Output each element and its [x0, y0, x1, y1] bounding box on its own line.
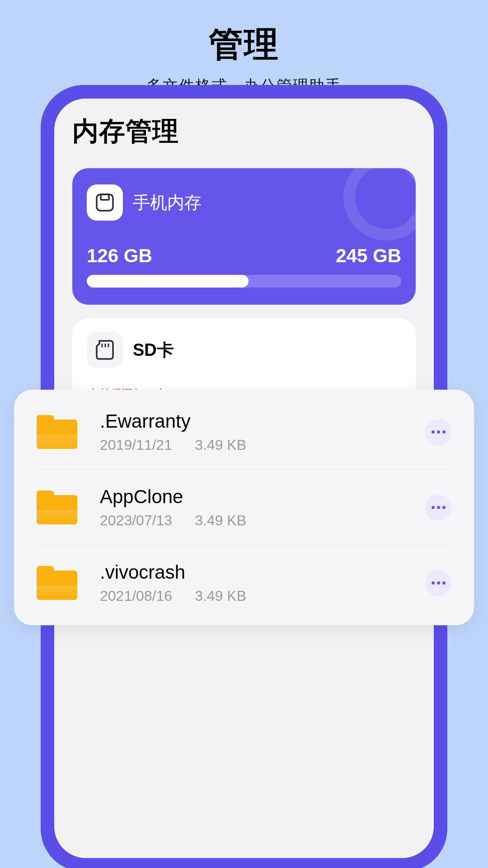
file-info: .Ewarranty 2019/11/21 3.49 KB	[100, 410, 425, 453]
storage-label: 手机内存	[133, 191, 202, 214]
storage-used: 126 GB	[87, 245, 152, 267]
file-list-panel: .Ewarranty 2019/11/21 3.49 KB AppClone 2…	[14, 390, 474, 625]
folder-icon	[37, 566, 77, 600]
svg-rect-0	[97, 194, 113, 211]
file-info: .vivocrash 2021/08/16 3.49 KB	[100, 561, 425, 604]
file-size: 3.49 KB	[195, 437, 246, 453]
storage-progress-bar	[87, 275, 401, 288]
file-date: 2023/07/13	[100, 512, 172, 529]
more-button[interactable]	[425, 570, 451, 596]
file-item[interactable]: .vivocrash 2021/08/16 3.49 KB	[14, 545, 474, 621]
page-title: 管理	[0, 22, 488, 68]
disk-icon	[87, 184, 123, 221]
file-size: 3.49 KB	[195, 588, 246, 604]
folder-icon	[37, 415, 77, 449]
svg-rect-1	[101, 194, 109, 200]
sd-header: SD卡	[87, 332, 401, 368]
file-item[interactable]: AppClone 2023/07/13 3.49 KB	[14, 470, 474, 545]
more-button[interactable]	[425, 419, 451, 445]
phone-storage-card[interactable]: 手机内存 126 GB 245 GB	[72, 168, 416, 305]
file-date: 2021/08/16	[100, 588, 172, 604]
file-name: .Ewarranty	[100, 410, 425, 432]
storage-progress-fill	[87, 275, 249, 288]
header: 管理 多文件格式，办公管理助手	[0, 0, 488, 96]
folder-icon	[37, 491, 77, 524]
file-info: AppClone 2023/07/13 3.49 KB	[100, 486, 425, 529]
file-meta: 2019/11/21 3.49 KB	[100, 437, 425, 453]
file-name: AppClone	[100, 486, 425, 508]
storage-header: 手机内存	[87, 184, 401, 221]
sd-card-icon	[87, 332, 123, 368]
file-name: .vivocrash	[100, 561, 425, 583]
sd-label: SD卡	[133, 339, 174, 362]
file-meta: 2021/08/16 3.49 KB	[100, 588, 425, 604]
screen-title: 内存管理	[72, 114, 416, 149]
file-meta: 2023/07/13 3.49 KB	[100, 512, 425, 529]
file-date: 2019/11/21	[100, 437, 172, 453]
storage-values: 126 GB 245 GB	[87, 245, 401, 267]
file-item[interactable]: .Ewarranty 2019/11/21 3.49 KB	[14, 394, 474, 470]
file-size: 3.49 KB	[195, 512, 246, 529]
storage-total: 245 GB	[336, 245, 401, 267]
more-button[interactable]	[425, 495, 451, 521]
